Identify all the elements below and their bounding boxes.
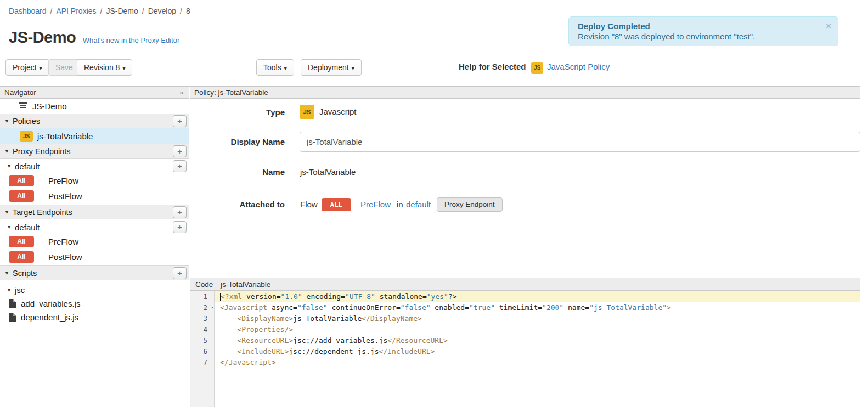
nav-item-label: jsc	[15, 285, 25, 295]
nav-item-label: default	[15, 162, 40, 171]
gutter-row: 7	[190, 357, 214, 368]
nav-section-policies[interactable]: ▾Policies+	[0, 114, 189, 128]
nav-item-postflow[interactable]: AllPostFlow	[0, 189, 189, 203]
code-file-name: js-TotalVariable	[221, 278, 270, 291]
code-token: "200"	[542, 303, 563, 312]
type-row: Type JS Javascript	[190, 105, 860, 120]
js-policy-icon: JS	[20, 131, 33, 142]
collapse-sidebar-icon[interactable]: «	[174, 87, 189, 98]
project-dropdown-button[interactable]: Project▾	[5, 59, 49, 76]
nav-item-dependent-js-js[interactable]: dependent_js.js	[0, 310, 189, 324]
nav-item-js-demo[interactable]: JS-Demo	[0, 99, 189, 114]
preflow-link[interactable]: PreFlow	[360, 200, 391, 209]
nav-section-proxy-endpoints[interactable]: ▾Proxy Endpoints+	[0, 144, 189, 159]
policy-detail-panel: Policy: js-TotalVariable Type JS Javascr…	[190, 87, 860, 407]
nav-item-js-totalvariable[interactable]: JSjs-TotalVariable	[0, 128, 189, 144]
breadcrumb-item-dashboard[interactable]: Dashboard	[9, 7, 47, 15]
nav-item-label: dependent_js.js	[21, 313, 78, 322]
chevron-down-icon: ▾	[8, 224, 10, 230]
breadcrumb-item-8: 8	[186, 7, 190, 15]
code-token: jsc://dependent_js.js	[289, 347, 379, 355]
code-token: version=	[242, 292, 280, 301]
save-button[interactable]: Save	[48, 59, 80, 76]
name-label: Name	[190, 167, 285, 177]
name-value: js-TotalVariable	[300, 167, 356, 177]
code-line: </Javascript>	[215, 357, 860, 368]
chevron-down-icon: ▾	[352, 65, 354, 71]
chevron-down-icon: ▾	[40, 65, 42, 71]
whats-new-link[interactable]: What's new in the Proxy Editor	[83, 36, 180, 44]
line-number: 2	[203, 303, 207, 312]
nav-section-scripts[interactable]: ▾Scripts+	[0, 265, 189, 280]
toolbar: Project▾ Save Revision 8▾ Tools▾ Deploym…	[0, 59, 868, 77]
revision-dropdown-button[interactable]: Revision 8▾	[77, 59, 132, 76]
add-policies-button[interactable]: +	[173, 115, 187, 127]
code-token: ?>	[448, 292, 457, 301]
nav-item-default[interactable]: ▾default+	[0, 219, 189, 235]
nav-section-target-endpoints[interactable]: ▾Target Endpoints+	[0, 205, 189, 219]
nav-item-add-variables-js[interactable]: add_variables.js	[0, 297, 189, 310]
nav-item-label: PostFlow	[48, 252, 82, 262]
nav-item-jsc[interactable]: ▾jsc	[0, 283, 189, 297]
javascript-policy-help-link[interactable]: JavaScript Policy	[547, 62, 610, 71]
add-flow-button[interactable]: +	[173, 221, 187, 233]
deployment-dropdown-button[interactable]: Deployment▾	[301, 59, 362, 76]
code-token: </ResourceURL>	[387, 336, 448, 344]
breadcrumb-item-js-demo: JS-Demo	[106, 7, 138, 15]
fold-toggle-icon[interactable]: ▾	[211, 304, 214, 310]
type-value: Javascript	[319, 107, 357, 116]
code-editor[interactable]: 12▾34567 <?xml version="1.0" encoding="U…	[190, 291, 860, 407]
code-token: </DisplayName>	[362, 314, 422, 323]
navigator-header: Navigator «	[0, 87, 189, 99]
nav-section-label: Proxy Endpoints	[13, 147, 71, 156]
title-row: JS-Demo What's new in the Proxy Editor	[9, 29, 179, 47]
tools-dropdown-button[interactable]: Tools▾	[256, 59, 294, 76]
nav-item-postflow[interactable]: AllPostFlow	[0, 250, 189, 264]
code-token	[220, 336, 237, 344]
nav-item-preflow[interactable]: AllPreFlow	[0, 174, 189, 188]
deploy-notification: Deploy Completed Revision "8" was deploy…	[568, 16, 838, 46]
code-line: <IncludeURL>jsc://dependent_js.js</Inclu…	[215, 346, 860, 357]
nav-item-label: PostFlow	[48, 191, 82, 201]
nav-section-label: Scripts	[13, 269, 37, 278]
all-condition-badge: All	[9, 251, 34, 263]
gutter-row: 6	[190, 346, 214, 357]
breadcrumb-item-api-proxies[interactable]: API Proxies	[56, 7, 96, 15]
breadcrumb-item-develop: Develop	[148, 7, 176, 15]
gutter-row: 1	[190, 291, 214, 302]
code-token: </Javascript>	[220, 358, 276, 366]
code-token	[220, 347, 237, 355]
policy-panel-header: Policy: js-TotalVariable	[190, 87, 860, 99]
code-token: "UTF-8"	[345, 292, 375, 301]
chevron-down-icon: ▾	[5, 149, 8, 154]
all-condition-badge: All	[9, 190, 34, 202]
add-target-endpoints-button[interactable]: +	[173, 206, 187, 218]
code-token: </IncludeURL>	[379, 347, 435, 355]
code-panel-header: Code js-TotalVariable	[190, 278, 860, 291]
all-condition-badge: ALL	[322, 198, 351, 211]
nav-item-default[interactable]: ▾default+	[0, 159, 189, 174]
code-token: <?xml	[221, 292, 242, 301]
type-label: Type	[190, 108, 285, 117]
gutter-row: 4	[190, 324, 214, 335]
add-flow-button[interactable]: +	[173, 160, 187, 172]
navigator-tree: JS-Demo▾Policies+JSjs-TotalVariable▾Prox…	[0, 99, 189, 324]
breadcrumb-separator: /	[50, 7, 53, 15]
code-token	[220, 314, 237, 323]
close-icon[interactable]: ×	[826, 21, 831, 31]
proxy-overview-icon	[19, 102, 27, 110]
code-token: jsc://add_variables.js	[293, 336, 387, 344]
add-proxy-endpoints-button[interactable]: +	[173, 145, 187, 157]
chevron-down-icon: ▾	[5, 210, 8, 215]
code-line: <?xml version="1.0" encoding="UTF-8" sta…	[215, 291, 860, 302]
nav-item-preflow[interactable]: AllPreFlow	[0, 235, 189, 248]
js-policy-icon: JS	[300, 105, 314, 119]
nav-section-label: Target Endpoints	[13, 208, 72, 217]
code-line: <ResourceURL>jsc://add_variables.js</Res…	[215, 335, 860, 346]
default-endpoint-link[interactable]: default	[406, 200, 431, 209]
add-scripts-button[interactable]: +	[173, 267, 187, 279]
flow-word: Flow	[300, 200, 318, 209]
display-name-input[interactable]	[300, 132, 860, 152]
code-token: standalone=	[375, 292, 427, 301]
code-token: async=	[267, 303, 297, 312]
